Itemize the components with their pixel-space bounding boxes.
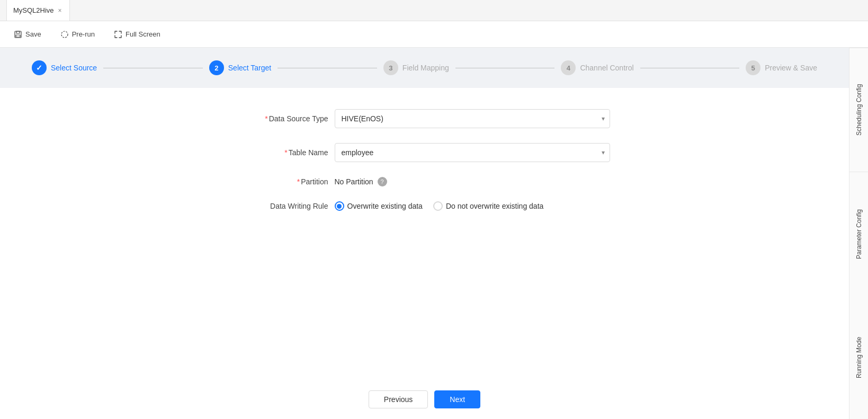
- step-2-num: 2: [214, 64, 218, 72]
- step-4-circle: 4: [561, 60, 576, 75]
- tab-mysql2hive[interactable]: MySQL2Hive ×: [6, 0, 70, 21]
- step-3-num: 3: [389, 64, 392, 72]
- datasource-type-select-wrapper: HIVE(EnOS) ▾: [335, 109, 610, 128]
- table-name-control: employee ▾: [335, 143, 610, 162]
- tab-bar: MySQL2Hive ×: [0, 0, 868, 21]
- step-2-circle: 2: [209, 60, 224, 75]
- radio-group: Overwrite existing data Do not overwrite…: [335, 201, 610, 211]
- step-2: 2 Select Target: [209, 60, 271, 75]
- step-connector-4: [640, 68, 740, 68]
- fullscreen-label: Full Screen: [126, 30, 160, 38]
- step-5-label: Preview & Save: [765, 64, 817, 72]
- svg-rect-1: [16, 31, 20, 33]
- sidebar-tab-scheduling-label: Scheduling Config: [855, 84, 863, 136]
- footer-buttons: Previous Next: [0, 380, 849, 419]
- tab-close-icon[interactable]: ×: [57, 6, 63, 15]
- step-3-circle: 3: [383, 60, 398, 75]
- datasource-type-row: *Data Source Type HIVE(EnOS) ▾: [239, 109, 610, 128]
- prerun-label: Pre-run: [72, 30, 95, 38]
- form-inner: *Data Source Type HIVE(EnOS) ▾: [239, 109, 610, 211]
- radio-no-overwrite-outer: [433, 201, 443, 211]
- table-name-label: *Table Name: [239, 148, 335, 157]
- prerun-icon: [60, 30, 69, 39]
- tab-title: MySQL2Hive: [13, 6, 54, 14]
- step-5-num: 5: [751, 64, 755, 72]
- radio-no-overwrite-label: Do not overwrite existing data: [446, 202, 543, 210]
- main-layout: Select Source 2 Select Target 3 Field Ma…: [0, 48, 868, 419]
- save-icon: [14, 30, 22, 39]
- partition-required: *: [297, 177, 300, 186]
- step-connector-3: [455, 68, 555, 68]
- step-5-circle: 5: [746, 60, 760, 75]
- svg-rect-2: [16, 35, 20, 37]
- partition-row: *Partition No Partition ?: [239, 177, 610, 186]
- save-label: Save: [25, 30, 41, 38]
- table-name-row: *Table Name employee ▾: [239, 143, 610, 162]
- steps-bar: Select Source 2 Select Target 3 Field Ma…: [0, 48, 849, 88]
- step-3-label: Field Mapping: [402, 64, 449, 72]
- content-area: Select Source 2 Select Target 3 Field Ma…: [0, 48, 849, 419]
- radio-overwrite-inner: [337, 204, 342, 209]
- radio-overwrite-outer: [335, 201, 344, 211]
- step-5: 5 Preview & Save: [746, 60, 817, 75]
- step-4: 4 Channel Control: [561, 60, 633, 75]
- partition-value-display: No Partition ?: [335, 177, 610, 186]
- datasource-type-required: *: [265, 114, 267, 123]
- step-connector-2: [278, 68, 377, 68]
- writing-rule-row: Data Writing Rule Overwrite existing dat…: [239, 201, 610, 211]
- writing-rule-control: Overwrite existing data Do not overwrite…: [335, 201, 610, 211]
- datasource-type-control: HIVE(EnOS) ▾: [335, 109, 610, 128]
- step-1: Select Source: [32, 60, 97, 75]
- sidebar-tab-parameter[interactable]: Parameter Config: [849, 172, 868, 296]
- step-connector-1: [103, 68, 203, 68]
- partition-label: *Partition: [239, 177, 335, 186]
- step-4-label: Channel Control: [580, 64, 633, 72]
- writing-rule-label: Data Writing Rule: [239, 202, 335, 210]
- save-button[interactable]: Save: [11, 28, 44, 41]
- sidebar-tab-scheduling[interactable]: Scheduling Config: [849, 48, 868, 172]
- partition-value-text: No Partition: [335, 177, 373, 186]
- sidebar-tab-parameter-label: Parameter Config: [855, 209, 863, 258]
- step-4-num: 4: [567, 64, 570, 72]
- radio-overwrite-label: Overwrite existing data: [347, 202, 423, 210]
- step-1-label: Select Source: [51, 64, 97, 72]
- table-name-required: *: [284, 148, 287, 157]
- fullscreen-icon: [114, 30, 122, 39]
- right-sidebar: Scheduling Config Parameter Config Runni…: [849, 48, 868, 419]
- radio-overwrite[interactable]: Overwrite existing data: [335, 201, 423, 211]
- previous-button[interactable]: Previous: [369, 390, 428, 408]
- form-area: *Data Source Type HIVE(EnOS) ▾: [0, 88, 849, 380]
- partition-help-icon[interactable]: ?: [378, 177, 387, 186]
- toolbar: Save Pre-run Full Screen: [0, 21, 868, 48]
- next-button[interactable]: Next: [434, 390, 480, 408]
- table-name-select[interactable]: employee: [335, 143, 610, 162]
- svg-point-3: [61, 31, 68, 38]
- table-name-select-wrapper: employee ▾: [335, 143, 610, 162]
- step-3: 3 Field Mapping: [383, 60, 449, 75]
- step-1-circle: [32, 60, 47, 75]
- sidebar-tab-running[interactable]: Running Mode: [849, 296, 868, 419]
- fullscreen-button[interactable]: Full Screen: [111, 28, 164, 41]
- partition-control: No Partition ?: [335, 177, 610, 186]
- datasource-type-select[interactable]: HIVE(EnOS): [335, 109, 610, 128]
- sidebar-tab-running-label: Running Mode: [855, 336, 863, 378]
- prerun-button[interactable]: Pre-run: [57, 28, 98, 41]
- datasource-type-label: *Data Source Type: [239, 114, 335, 123]
- step-2-label: Select Target: [228, 64, 271, 72]
- radio-no-overwrite[interactable]: Do not overwrite existing data: [433, 201, 543, 211]
- step-1-check: [36, 64, 42, 72]
